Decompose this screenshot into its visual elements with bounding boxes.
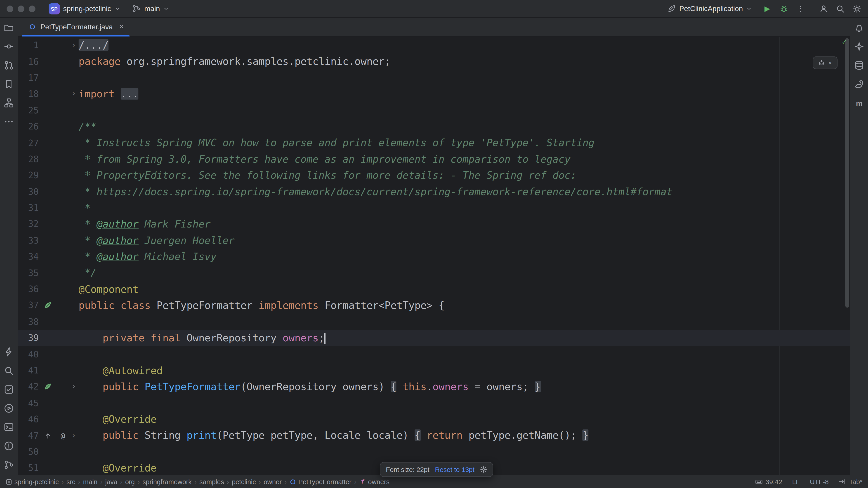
ai-assistant-icon[interactable] (854, 41, 864, 52)
code-line[interactable]: 27 * Instructs Spring MVC on how to pars… (18, 135, 850, 151)
code-editor[interactable]: 1›/.../16package org.springframework.sam… (18, 37, 850, 475)
problems-icon[interactable] (4, 441, 14, 451)
run-icon[interactable]: ▶ (763, 4, 772, 13)
line-number[interactable]: 50 (18, 447, 39, 457)
code-line[interactable]: 18›import ... (18, 86, 850, 102)
code-line-content[interactable]: private final OwnerRepository owners; (79, 330, 326, 346)
breadcrumb-item[interactable]: owner (264, 478, 282, 486)
code-line[interactable]: 38 (18, 314, 850, 330)
code-line[interactable]: 29 * PropertyEditors. See the following … (18, 167, 850, 184)
code-line[interactable]: 36@Component (18, 281, 850, 297)
gutter[interactable]: 30 (18, 184, 79, 200)
find-icon[interactable] (4, 366, 14, 376)
tab-close-icon[interactable]: ✕ (119, 23, 124, 30)
gutter[interactable]: 34 (18, 249, 79, 265)
line-number[interactable]: 1 (18, 40, 39, 51)
line-number[interactable]: 18 (18, 89, 39, 99)
code-line-content[interactable]: * PropertyEditors. See the following lin… (79, 167, 577, 184)
code-line-content[interactable]: package org.springframework.samples.petc… (79, 53, 391, 70)
search-icon[interactable] (836, 4, 845, 13)
code-line-content[interactable]: * @author Michael Isvy (79, 249, 217, 265)
code-line-content[interactable]: @Component (79, 281, 138, 297)
gutter[interactable]: 25 (18, 102, 79, 119)
code-line[interactable]: 33 * @author Juergen Hoeller (18, 232, 850, 249)
gutter[interactable]: 26 (18, 119, 79, 135)
gutter[interactable]: 29 (18, 167, 79, 184)
line-number[interactable]: 33 (18, 235, 39, 246)
gutter[interactable]: 45 (18, 395, 79, 411)
code-line[interactable]: 47@› public String print(PetType petType… (18, 427, 850, 444)
services-icon[interactable] (4, 403, 14, 413)
line-number[interactable]: 40 (18, 349, 39, 359)
indent-widget[interactable]: Tab* (839, 478, 862, 486)
line-number[interactable]: 35 (18, 267, 39, 278)
branch-widget[interactable]: main (129, 2, 172, 15)
gutter[interactable]: 37 (18, 297, 79, 314)
maven-icon[interactable]: m (854, 98, 864, 108)
code-line-content[interactable]: public PetTypeFormatter(OwnerRepository … (79, 379, 541, 395)
gutter[interactable]: 50 (18, 444, 79, 460)
encoding-widget[interactable]: UTF-8 (810, 478, 829, 486)
code-line[interactable]: 45 (18, 395, 850, 411)
line-number[interactable]: 32 (18, 219, 39, 230)
bookmarks-icon[interactable] (4, 79, 14, 89)
code-line-content[interactable]: @Override (79, 411, 157, 427)
code-line-content[interactable]: * (79, 200, 91, 216)
scrollbar-thumb[interactable] (845, 38, 849, 308)
code-line-content[interactable]: * https://docs.spring.io/spring-framewor… (79, 184, 673, 200)
spring-icon[interactable] (43, 383, 52, 391)
breadcrumb-item[interactable]: java (105, 478, 117, 486)
line-number[interactable]: 31 (18, 203, 39, 213)
code-line-content[interactable]: * @author Juergen Hoeller (79, 232, 235, 249)
line-number[interactable]: 45 (18, 398, 39, 408)
settings-icon[interactable] (852, 4, 861, 13)
breadcrumb-item[interactable]: samples (199, 478, 224, 486)
code-line[interactable]: 25 (18, 102, 850, 119)
code-line[interactable]: 1›/.../ (18, 37, 850, 53)
window-minimize-button[interactable] (18, 5, 24, 12)
gutter[interactable]: 35 (18, 265, 79, 281)
line-number[interactable]: 16 (18, 56, 39, 67)
gutter[interactable]: 33 (18, 232, 79, 249)
line-number[interactable]: 17 (18, 72, 39, 83)
code-line[interactable]: 41 @Autowired (18, 362, 850, 379)
gutter[interactable]: 28 (18, 151, 79, 167)
line-number[interactable]: 30 (18, 186, 39, 197)
line-number[interactable]: 42 (18, 381, 39, 392)
line-number[interactable]: 47 (18, 430, 39, 441)
gutter[interactable]: 27 (18, 135, 79, 151)
code-line-content[interactable]: * @author Mark Fisher (79, 216, 211, 232)
gutter[interactable]: 36 (18, 281, 79, 297)
spring-icon[interactable] (43, 301, 52, 310)
code-line[interactable]: 42› public PetTypeFormatter(OwnerReposit… (18, 379, 850, 395)
gutter[interactable]: 38 (18, 314, 79, 330)
gutter[interactable]: 39 (18, 330, 79, 346)
fold-arrow-icon[interactable]: › (69, 431, 79, 440)
gutter[interactable]: 31 (18, 200, 79, 216)
gutter[interactable]: 47@› (18, 427, 79, 444)
code-line-content[interactable]: public String print(PetType petType, Loc… (79, 427, 589, 444)
gutter[interactable]: 17 (18, 70, 79, 86)
line-number[interactable]: 46 (18, 414, 39, 424)
fold-arrow-icon[interactable]: › (69, 41, 79, 50)
code-line-content[interactable]: * from Spring 3.0, Formatters have come … (79, 151, 570, 167)
close-icon[interactable]: ✕ (829, 60, 832, 66)
gutter[interactable]: 51 (18, 460, 79, 475)
gradle-icon[interactable] (854, 79, 864, 89)
window-zoom-button[interactable] (29, 5, 35, 12)
run-config-widget[interactable]: PetClinicApplication (664, 2, 755, 15)
code-line-content[interactable]: public class PetTypeFormatter implements… (79, 297, 445, 314)
code-line-content[interactable]: import ... (79, 86, 138, 102)
code-line-content[interactable]: * Instructs Spring MVC on how to parse a… (79, 135, 594, 151)
line-number[interactable]: 34 (18, 251, 39, 262)
user-icon[interactable] (819, 4, 828, 13)
code-line[interactable]: 30 * https://docs.spring.io/spring-frame… (18, 184, 850, 200)
code-line-content[interactable]: */ (79, 265, 97, 281)
line-number[interactable]: 25 (18, 105, 39, 116)
gutter[interactable]: 16 (18, 53, 79, 70)
more-vertical-icon[interactable]: ⋮ (796, 4, 805, 13)
code-line-content[interactable]: /** (79, 119, 97, 135)
override-icon[interactable] (43, 431, 52, 440)
code-line-content[interactable]: @Override (79, 460, 157, 475)
structure-icon[interactable] (4, 98, 14, 108)
